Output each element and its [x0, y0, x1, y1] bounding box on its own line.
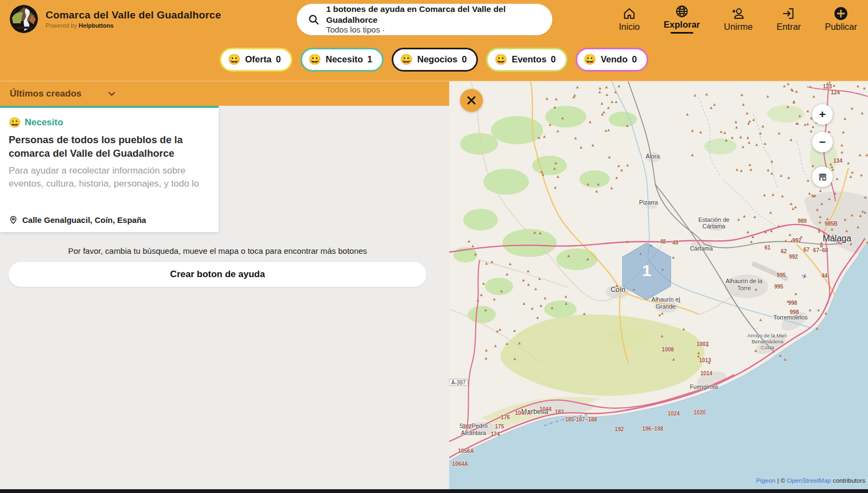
map-road-ref: 9 [818, 228, 821, 234]
map-road-ref: 61 [764, 245, 770, 251]
map-road-ref: 1003 [697, 341, 709, 347]
map-road-ref: 992 [792, 237, 801, 243]
filter-chip-eventos[interactable]: 😀 Eventos 0 [486, 48, 567, 72]
zoom-in-button[interactable]: + [812, 104, 833, 125]
map-road-ref: 1064A [452, 461, 468, 467]
sign-in-icon [782, 7, 796, 21]
brand-logo-icon [10, 5, 38, 33]
openstreetmap-link[interactable]: OpenStreetMap [787, 477, 831, 484]
map-road-ref: 1056A [458, 448, 474, 454]
map-road-ref: 174 [491, 431, 500, 437]
latest-created-label: Últimos creados [10, 88, 81, 99]
map-road-ref: 998 [788, 300, 797, 306]
map-road-ref: 124 [831, 89, 840, 95]
powered-by-prefix: Powered by [46, 22, 77, 29]
card-location-text: Calle Genalguacil, Coín, España [22, 215, 146, 225]
map-road-ref: 985B [825, 221, 838, 227]
search-summary: 1 botones de ayuda en Comarca del Valle … [326, 4, 541, 25]
map-road-ref: 998 [790, 309, 799, 315]
map-style-button[interactable] [812, 167, 833, 187]
card-type: 😀 Necesito [9, 117, 209, 129]
map-road-ref: 44 [821, 272, 827, 278]
pigeon-link[interactable]: Pigeon [756, 477, 776, 484]
card-type-label: Necesito [24, 117, 63, 128]
map-road-ref: 1024 [668, 411, 680, 417]
map-place-label: Arroyo de la Miel-Benalmádena Costa [746, 332, 789, 350]
map[interactable]: ✈ ▲▲▲▲▲▲▲▲▲▲▲▲▲▲▲▲▲▲▲▲▲▲▲▲▲▲▲▲▲▲▲▲▲▲▲▲▲▲… [449, 81, 868, 489]
globe-icon [675, 4, 689, 18]
chip-count: 0 [551, 54, 556, 65]
nav-label: Unirme [724, 22, 752, 32]
map-road-ref: 134 [833, 157, 843, 163]
building-icon [818, 172, 828, 182]
chip-label: Vendo [601, 54, 628, 65]
map-road-ref: 1014 [700, 370, 712, 376]
results-panel: Últimos creados 😀 Necesito Personas de t… [0, 81, 449, 489]
map-road-ref: 995 [774, 284, 783, 290]
main-nav: Inicio Explorar Unirme En [619, 0, 857, 38]
chip-count: 0 [462, 54, 467, 65]
map-road-ref: 1008 [662, 347, 674, 353]
chip-label: Oferta [245, 54, 272, 65]
map-road-ref: 8 [820, 242, 824, 248]
map-place-label: Alhaurín de la Torre [724, 278, 764, 292]
home-icon [622, 7, 636, 21]
map-place-label: Málaga [823, 234, 851, 244]
map-place-label: Pizarra [639, 199, 658, 206]
brand[interactable]: Comarca del Valle del Guadalhorce Powere… [10, 5, 243, 33]
zoom-out-button[interactable]: − [812, 132, 833, 152]
powered-by-brand: Helpbuttons [79, 22, 113, 29]
button-card[interactable]: 😀 Necesito Personas de todos los pueblos… [0, 106, 219, 232]
map-place-label: San Pedro Alcántara [455, 423, 492, 437]
smiley-icon: 😀 [400, 54, 413, 65]
latest-created-dropdown[interactable]: Últimos creados [0, 81, 449, 106]
map-cluster-hexagon[interactable]: 1 [622, 243, 671, 300]
create-help-button[interactable]: Crear boton de ayuda [9, 262, 426, 287]
card-title: Personas de todos los pueblos de la coma… [9, 133, 209, 161]
chip-label: Necesito [326, 54, 363, 65]
map-road-ref: 185·187–188 [565, 416, 597, 422]
map-place-label: Fuengirola [690, 383, 718, 390]
attribution-separator: | © [775, 477, 787, 484]
map-road-ref: 123 [823, 84, 832, 89]
nav-item-explorar[interactable]: Explorar [663, 4, 700, 34]
cluster-count: 1 [622, 261, 671, 279]
nav-label: Explorar [663, 20, 700, 30]
smiley-icon: 😀 [309, 54, 322, 65]
card-description: Para ayudar a recolectar información sob… [9, 164, 209, 190]
filter-chip-negocios[interactable]: 😀 Negocios 0 [392, 48, 478, 72]
chip-count: 0 [276, 54, 280, 65]
map-road-ref: 1013 [699, 357, 711, 363]
filter-chip-necesito[interactable]: 😀 Necesito 1 [301, 48, 384, 72]
nav-label: Entrar [776, 22, 801, 32]
nav-item-publicar[interactable]: Publicar [825, 7, 857, 32]
map-road-ref: 102 [463, 424, 472, 430]
map-road-ref: 1020 [694, 409, 706, 415]
map-close-button[interactable] [460, 89, 483, 112]
nav-item-entrar[interactable]: Entrar [776, 7, 801, 32]
chip-label: Eventos [512, 54, 546, 65]
map-road-ref: 176 [501, 414, 510, 420]
card-location: Calle Genalguacil, Coín, España [9, 215, 209, 225]
nav-item-inicio[interactable]: Inicio [619, 7, 640, 32]
map-road-ref: 67 [803, 246, 809, 252]
map-place-label: Cártama [690, 245, 713, 252]
map-road-ref: 183 [555, 409, 564, 415]
search-bar[interactable]: 1 botones de ayuda en Comarca del Valle … [297, 4, 552, 35]
map-road-ref: 992 [789, 253, 798, 259]
chip-label: Negocios [417, 54, 457, 65]
map-pin-icon [9, 215, 18, 225]
app-window: Comarca del Valle del Guadalhorce Powere… [0, 0, 868, 493]
nav-label: Inicio [619, 22, 640, 32]
filter-chip-vendo[interactable]: 😀 Vendo 0 [576, 48, 648, 72]
search-hint-text: Por favor, cambia tu búsqueda, mueve el … [9, 246, 426, 255]
top-header: Comarca del Valle del Guadalhorce Powere… [0, 0, 868, 38]
filter-chip-oferta[interactable]: 😀 Oferta 0 [220, 48, 292, 72]
map-road-ref: 1047A [515, 409, 531, 415]
map-road-ref: 192 [615, 426, 624, 432]
smiley-icon: 😀 [584, 54, 597, 65]
nav-item-unirme[interactable]: Unirme [724, 7, 752, 32]
search-icon [308, 13, 320, 26]
filter-chips-band: 😀 Oferta 0 😀 Necesito 1 😀 Negocios 0 😀 E… [0, 38, 868, 81]
nav-label: Publicar [825, 22, 857, 32]
